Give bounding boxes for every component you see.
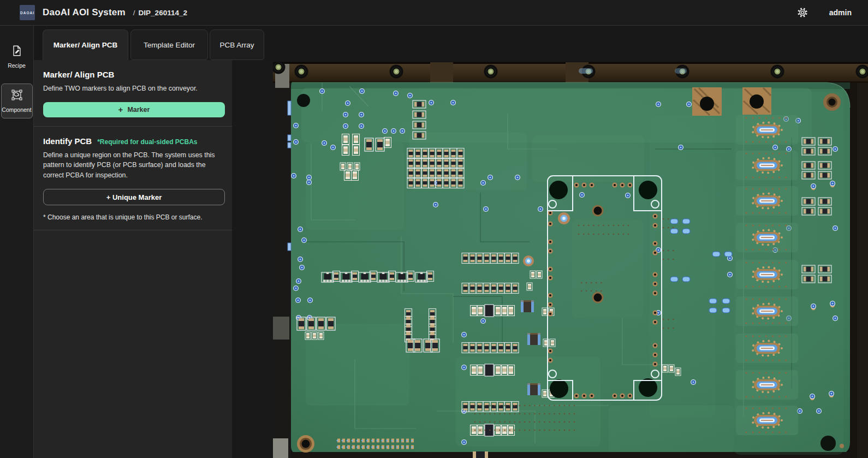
oval-connector-column xyxy=(736,115,798,435)
breadcrumb-recipe-name: DIP_260114_2 xyxy=(139,9,187,17)
add-marker-button[interactable]: + Marker xyxy=(43,102,225,117)
identify-required-note: *Required for dual-sided PCBAs xyxy=(97,138,197,146)
marker-section: Marker/ Align PCB Define TWO markers to … xyxy=(34,60,232,127)
sidebar-item-recipe[interactable]: Recipe xyxy=(1,40,33,74)
add-marker-button-label: Marker xyxy=(127,106,150,114)
add-unique-marker-button[interactable]: + Unique Marker xyxy=(43,189,225,205)
marker-panel: Marker/ Align PCB Define TWO markers to … xyxy=(34,60,232,458)
breadcrumb-separator: / xyxy=(133,9,135,17)
pcb-photo[interactable] xyxy=(273,62,868,458)
app-window: DAOAI DaoAI AOI System / DIP_260114_2 ad… xyxy=(0,0,868,458)
identify-pcb-section: Identify PCB *Required for dual-sided PC… xyxy=(34,127,232,231)
settings-gear-icon[interactable] xyxy=(796,7,808,19)
sidebar-item-label: Component xyxy=(2,106,31,113)
breadcrumb: / DIP_260114_2 xyxy=(133,9,187,17)
pcb-image-viewport[interactable] xyxy=(273,62,868,458)
tab-pcb-array[interactable]: PCB Array xyxy=(210,29,264,60)
sidebar-item-label: Recipe xyxy=(8,62,26,69)
tab-strip: Marker/ Align PCB Template Editor PCB Ar… xyxy=(34,26,868,60)
daoai-logo: DAOAI xyxy=(20,5,35,20)
left-sidebar: Recipe Component xyxy=(0,26,34,458)
marker-section-title: Marker/ Align PCB xyxy=(43,70,223,79)
top-bar: DAOAI DaoAI AOI System / DIP_260114_2 ad… xyxy=(0,0,868,26)
app-title: DaoAI AOI System xyxy=(43,7,126,18)
tab-marker-align-pcb[interactable]: Marker/ Align PCB xyxy=(43,29,128,60)
plus-icon: + xyxy=(118,105,123,114)
user-menu[interactable]: admin xyxy=(829,8,852,17)
identify-pcb-description: Define a unique region on the PCB. The s… xyxy=(43,150,223,181)
marker-section-description: Define TWO markers to align PCB on the c… xyxy=(43,84,223,94)
pcb-board xyxy=(273,82,850,458)
recipe-document-icon xyxy=(11,45,23,59)
identify-pcb-footnote: * Choose an area that is unique to this … xyxy=(43,213,223,221)
identify-pcb-title: Identify PCB xyxy=(43,136,92,146)
sidebar-item-component[interactable]: Component xyxy=(1,84,33,118)
tab-template-editor[interactable]: Template Editor xyxy=(130,29,208,60)
component-select-icon xyxy=(11,89,23,103)
